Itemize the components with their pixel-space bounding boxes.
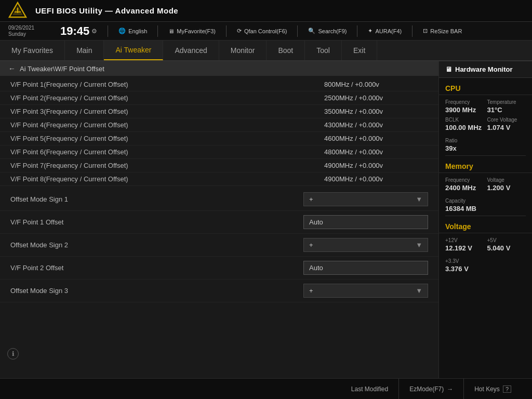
language-item[interactable]: 🌐 English <box>118 28 147 34</box>
divider-2 <box>157 25 158 37</box>
vf-point-4-label: V/F Point 4(Frequency / Current Offset) <box>10 121 324 129</box>
table-row[interactable]: V/F Point 4(Frequency / Current Offset) … <box>0 118 438 132</box>
cpu-stats: Frequency 3900 MHz Temperature 31°C BCLK… <box>439 95 532 136</box>
offset-mode-sign-1-label: Offset Mode Sign 1 <box>10 195 303 203</box>
vf-point-2-offset-input[interactable] <box>303 261 428 275</box>
cpu-temp-label: Temperature <box>487 99 526 105</box>
vf-point-1-offset-label: V/F Point 1 Offset <box>10 218 303 226</box>
memory-section-title: Memory <box>439 158 532 173</box>
myfavorite-item[interactable]: 🖥 MyFavorite(F3) <box>168 28 216 34</box>
tab-boot[interactable]: Boot <box>267 41 305 60</box>
vf-point-4-value: 4300MHz / +0.000v <box>324 121 428 129</box>
breadcrumb: ← Ai Tweaker\W/F Point Offset <box>0 61 438 76</box>
tab-monitor[interactable]: Monitor <box>219 41 267 60</box>
qfan-item[interactable]: ⟳ Qfan Control(F6) <box>237 28 287 34</box>
hot-keys-button[interactable]: Hot Keys ? <box>464 379 522 399</box>
aura-icon: ✦ <box>368 28 373 34</box>
mem-volt-value: 1.200 V <box>487 184 526 192</box>
v12-cell: +12V 12.192 V <box>445 237 484 252</box>
tab-my-favorites[interactable]: My Favorites <box>0 41 65 60</box>
question-mark-icon: ? <box>503 385 511 393</box>
resize-item[interactable]: ⊡ ReSize BAR <box>423 28 462 34</box>
hw-divider-1 <box>445 155 526 156</box>
mem-cap-cell: Capacity 16384 MB <box>439 196 532 215</box>
tab-tool[interactable]: Tool <box>305 41 342 60</box>
settings-icon[interactable]: ⚙ <box>91 28 97 35</box>
globe-icon: 🌐 <box>118 28 126 34</box>
resize-icon: ⊡ <box>423 28 428 34</box>
myfavorite-label: MyFavorite(F3) <box>177 28 216 34</box>
mem-freq-cell: Frequency 2400 MHz <box>445 177 484 192</box>
offset-mode-sign-3-select[interactable]: + ▼ <box>303 284 428 298</box>
cpu-temp-value: 31°C <box>487 106 526 114</box>
search-item[interactable]: 🔍 Search(F9) <box>308 28 347 34</box>
bios-header: UEFI BIOS Utility — Advanced Mode <box>0 0 532 22</box>
cpu-bclk-label: BCLK <box>445 117 484 123</box>
table-row[interactable]: V/F Point 8(Frequency / Current Offset) … <box>0 172 438 186</box>
cpu-frequency-cell: Frequency 3900 MHz <box>445 99 484 114</box>
vf-point-1-offset-input[interactable] <box>303 215 428 229</box>
v5-label: +5V <box>487 237 526 243</box>
chevron-down-icon: ▼ <box>416 287 422 295</box>
cpu-corev-label: Core Voltage <box>487 117 526 123</box>
table-row[interactable]: V/F Point 1(Frequency / Current Offset) … <box>0 78 438 91</box>
hardware-monitor-panel: 🖥 Hardware Monitor CPU Frequency 3900 MH… <box>438 61 532 378</box>
vf-point-5-value: 4600MHz / +0.000v <box>324 135 428 142</box>
datetime: 09/26/2021 Sunday <box>8 25 50 37</box>
vf-point-6-value: 4800MHz / +0.000v <box>324 148 428 156</box>
offset-mode-sign-2-label: Offset Mode Sign 2 <box>10 241 303 249</box>
vf-point-2-label: V/F Point 2(Frequency / Current Offset) <box>10 94 324 102</box>
v5-cell: +5V 5.040 V <box>487 237 526 252</box>
offset-mode-sign-3-value: + <box>309 287 313 295</box>
breadcrumb-text: Ai Tweaker\W/F Point Offset <box>20 65 104 73</box>
clock-time: 19:45 <box>60 24 89 38</box>
tab-ai-tweaker[interactable]: Ai Tweaker <box>104 41 163 60</box>
hw-monitor-title: Hardware Monitor <box>455 65 513 73</box>
ez-mode-button[interactable]: EzMode(F7) → <box>399 379 464 399</box>
mem-freq-value: 2400 MHz <box>445 184 484 192</box>
vf-point-5-label: V/F Point 5(Frequency / Current Offset) <box>10 135 324 142</box>
tab-main[interactable]: Main <box>65 41 104 60</box>
aura-item[interactable]: ✦ AURA(F4) <box>368 28 402 34</box>
v33-label: +3.3V <box>445 258 526 264</box>
tab-advanced[interactable]: Advanced <box>163 41 219 60</box>
mem-cap-value: 16384 MB <box>445 205 526 212</box>
main-layout: ← Ai Tweaker\W/F Point Offset V/F Point … <box>0 61 532 378</box>
vf-point-3-value: 3500MHz / +0.000v <box>324 108 428 115</box>
table-row[interactable]: V/F Point 2(Frequency / Current Offset) … <box>0 91 438 105</box>
last-modified-button[interactable]: Last Modified <box>341 379 399 399</box>
mem-freq-label: Frequency <box>445 177 484 183</box>
vf-point-1-label: V/F Point 1(Frequency / Current Offset) <box>10 81 324 88</box>
divider-6 <box>412 25 413 37</box>
offset-mode-sign-3-label: Offset Mode Sign 3 <box>10 287 303 295</box>
aura-label: AURA(F4) <box>375 28 402 34</box>
search-label: Search(F9) <box>318 28 347 34</box>
v12-value: 12.192 V <box>445 244 484 252</box>
v33-value: 3.376 V <box>445 265 526 273</box>
fan-icon: ⟳ <box>237 28 242 34</box>
hot-keys-label: Hot Keys <box>474 385 500 393</box>
mem-cap-label: Capacity <box>445 198 526 204</box>
info-button[interactable]: ℹ <box>7 348 19 360</box>
vf-point-2-offset-label: V/F Point 2 Offset <box>10 264 303 272</box>
qfan-label: Qfan Control(F6) <box>244 28 287 34</box>
day: Sunday <box>8 31 50 37</box>
monitor-icon: 🖥 <box>445 65 452 73</box>
chevron-down-icon: ▼ <box>416 241 422 249</box>
divider-5 <box>357 25 357 37</box>
table-row[interactable]: V/F Point 6(Frequency / Current Offset) … <box>0 145 438 159</box>
last-modified-label: Last Modified <box>351 385 388 393</box>
memory-stats: Frequency 2400 MHz Voltage 1.200 V <box>439 173 532 196</box>
vf-point-6-label: V/F Point 6(Frequency / Current Offset) <box>10 148 324 156</box>
offset-mode-sign-2-value: + <box>309 241 313 249</box>
table-row[interactable]: V/F Point 7(Frequency / Current Offset) … <box>0 159 438 172</box>
offset-mode-sign-1-select[interactable]: + ▼ <box>303 192 428 206</box>
back-button[interactable]: ← <box>8 64 16 73</box>
offset-mode-sign-2-select[interactable]: + ▼ <box>303 238 428 252</box>
cpu-bclk-cell: BCLK 100.00 MHz <box>445 117 484 131</box>
table-row[interactable]: V/F Point 5(Frequency / Current Offset) … <box>0 132 438 145</box>
divider-3 <box>226 25 227 37</box>
table-row[interactable]: V/F Point 3(Frequency / Current Offset) … <box>0 105 438 118</box>
tab-exit[interactable]: Exit <box>342 41 377 60</box>
vf-point-7-label: V/F Point 7(Frequency / Current Offset) <box>10 162 324 169</box>
